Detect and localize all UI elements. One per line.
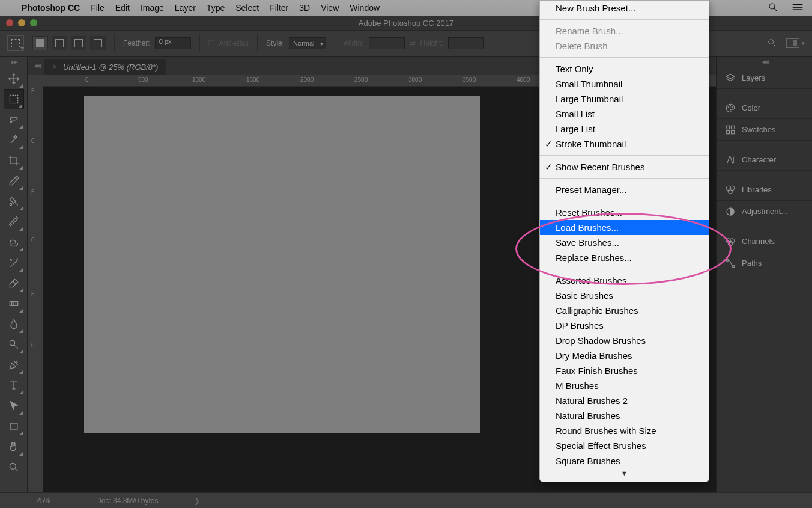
menu-layer[interactable]: Layer [174,3,197,13]
height-label: Height: [420,39,443,47]
svg-rect-33 [726,259,728,261]
hand-tool[interactable] [4,436,24,457]
eyedropper-tool[interactable] [4,171,24,191]
ctx-save-brushes[interactable]: Save Brushes... [540,235,709,250]
pen-tool[interactable] [4,355,24,375]
ctx-brushset-specialeffect[interactable]: Special Effect Brushes [540,438,709,453]
svg-line-17 [15,469,17,471]
panel-color[interactable]: Color [717,97,812,119]
ctx-brushset-calligraphic[interactable]: Calligraphic Brushes [540,303,709,318]
menu-edit[interactable]: Edit [114,3,131,13]
app-name[interactable]: Photoshop CC [20,3,81,13]
panel-libraries[interactable]: Libraries [717,179,812,201]
crop-tool[interactable] [4,150,24,171]
path-select-tool[interactable] [4,396,24,416]
brush-flyout-menu: New Brush Preset... Rename Brush... Dele… [539,0,709,482]
ctx-text-only[interactable]: Text Only [540,61,709,76]
svg-point-20 [732,106,733,108]
menu-filter[interactable]: Filter [268,3,289,13]
panel-swatches[interactable]: Swatches [717,119,812,141]
collapse-panels[interactable]: ◀◀ [717,59,812,65]
canvas[interactable] [84,96,480,433]
menu-view[interactable]: View [320,3,340,13]
zoom-level[interactable]: 25% [36,497,72,505]
ctx-reset-brushes[interactable]: Reset Brushes... [540,205,709,220]
panel-character[interactable]: Character [717,149,812,171]
close-tab-icon[interactable]: × [53,63,57,71]
ctx-small-list[interactable]: Small List [540,106,709,121]
menu-window[interactable]: Window [348,3,381,13]
style-label: Style: [266,39,284,47]
move-tool[interactable] [4,69,24,89]
ctx-preset-manager[interactable]: Preset Manager... [540,182,709,197]
ctx-brushset-m[interactable]: M Brushes [540,378,709,393]
svg-rect-24 [732,130,735,133]
feather-input[interactable]: 0 px [155,37,191,49]
ctx-brushset-basic[interactable]: Basic Brushes [540,288,709,303]
rectangle-tool[interactable] [4,416,24,436]
collapse-tools[interactable]: ▶▶ [11,59,17,65]
marquee-tool[interactable] [4,89,24,109]
selection-mode-subtract[interactable] [71,36,86,50]
lasso-tool[interactable] [4,109,24,130]
menu-select[interactable]: Select [234,3,260,13]
ctx-brushset-dropshadow[interactable]: Drop Shadow Brushes [540,333,709,348]
wand-tool[interactable] [4,130,24,150]
ctx-large-list[interactable]: Large List [540,121,709,136]
selection-mode-add[interactable] [52,36,67,50]
blur-tool[interactable] [4,314,24,334]
history-brush-tool[interactable] [4,252,24,273]
search-icon[interactable] [767,38,777,49]
menu-type[interactable]: Type [205,3,226,13]
collapse-tabs[interactable]: ◀◀ [34,63,40,69]
doc-info[interactable]: Doc: 34.3M/0 bytes [96,497,158,505]
panel-channels[interactable]: Channels [717,231,812,252]
type-tool[interactable] [4,375,24,396]
ctx-delete-brush: Delete Brush [540,38,709,54]
tool-preset-picker[interactable] [7,35,24,51]
ctx-stroke-thumb[interactable]: Stroke Thumbnail [540,136,709,151]
ctx-brushset-natural2[interactable]: Natural Brushes 2 [540,393,709,408]
document-tab-title: Untitled-1 @ 25% (RGB/8*) [63,63,158,72]
spotlight-icon[interactable] [768,2,778,14]
svg-point-18 [728,106,729,108]
ctx-brushset-roundsize[interactable]: Round Brushes with Size [540,423,709,438]
menu-file[interactable]: File [89,3,106,13]
document-tab[interactable]: × Untitled-1 @ 25% (RGB/8*) [44,59,166,75]
ctx-scroll-down-icon[interactable]: ▼ [540,468,709,478]
dodge-tool[interactable] [4,334,24,355]
panel-layers[interactable]: Layers [717,67,812,89]
ctx-show-recent[interactable]: Show Recent Brushes [540,159,709,174]
svg-line-6 [773,44,775,46]
ctx-brushset-assorted[interactable]: Assorted Brushes [540,273,709,288]
eraser-tool[interactable] [4,273,24,293]
ctx-brushset-dp[interactable]: DP Brushes [540,318,709,333]
spot-heal-tool[interactable] [4,191,24,212]
style-select[interactable]: Normal [289,37,326,49]
ctx-replace-brushes[interactable]: Replace Brushes... [540,250,709,265]
notification-icon[interactable] [792,3,804,13]
doc-info-arrow-icon[interactable]: ❯ [194,497,200,505]
brush-tool[interactable] [4,212,24,232]
panel-adjustments[interactable]: Adjustment... [717,201,812,222]
ctx-brushset-drymedia[interactable]: Dry Media Brushes [540,348,709,363]
zoom-tool[interactable] [4,457,24,477]
ctx-small-thumb[interactable]: Small Thumbnail [540,76,709,91]
panel-paths[interactable]: Paths [717,252,812,274]
ctx-brushset-square[interactable]: Square Brushes [540,453,709,468]
ctx-brushset-natural[interactable]: Natural Brushes [540,408,709,423]
menu-image[interactable]: Image [139,3,165,13]
height-input [448,37,484,49]
ctx-large-thumb[interactable]: Large Thumbnail [540,91,709,106]
ruler-corner [28,75,43,87]
selection-mode-intersect[interactable] [90,36,106,50]
ctx-brushset-fauxfinish[interactable]: Faux Finish Brushes [540,363,709,378]
menu-3d[interactable]: 3D [298,3,311,13]
workspace-switcher[interactable]: ▾ [786,38,805,48]
gradient-tool[interactable] [4,293,24,314]
ctx-new-brush-preset[interactable]: New Brush Preset... [540,1,709,16]
ctx-load-brushes[interactable]: Load Brushes... [540,220,709,235]
selection-mode-new[interactable] [32,36,48,50]
clone-tool[interactable] [4,232,24,252]
ruler-vertical[interactable]: 5 0 5 0 5 0 [28,87,43,492]
